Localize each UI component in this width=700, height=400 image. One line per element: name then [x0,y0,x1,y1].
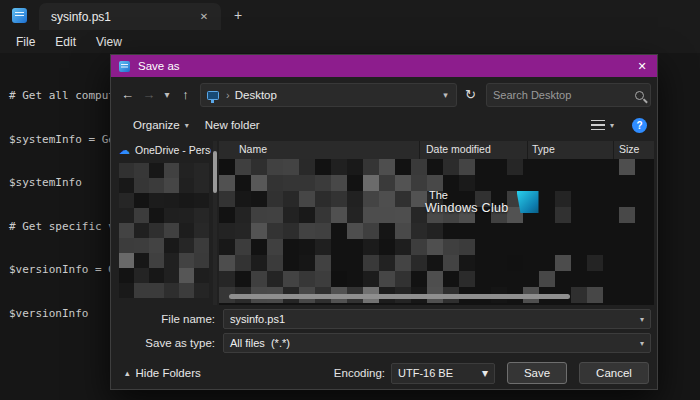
column-type[interactable]: Type [532,143,555,155]
chevron-right-icon: › [221,89,235,101]
code-line: $systemInfo = Ge [9,133,115,148]
chevron-down-icon: ▾ [185,121,189,130]
blurred-file-list [219,159,651,303]
forward-button: → [138,83,159,107]
windows-club-logo [517,191,539,213]
breadcrumb[interactable]: › Desktop ▾ [200,83,457,107]
up-button[interactable]: ↑ [175,83,196,107]
sidebar-scrollbar[interactable] [213,141,217,305]
list-view-icon [591,120,605,131]
menu-edit[interactable]: Edit [45,32,86,52]
file-name-input[interactable] [230,313,640,325]
back-button[interactable]: ← [117,83,138,107]
refresh-button[interactable]: ↻ [459,83,482,107]
save-as-dialog: Save as ✕ ← → ▾ ↑ › Desktop ▾ ↻ Organize… [110,54,658,390]
code-line: $versionInfo [9,307,115,322]
view-mode-button[interactable]: ▾ [583,117,622,134]
recent-locations-dropdown[interactable]: ▾ [159,83,174,107]
column-separator [527,141,528,159]
new-folder-label: New folder [205,119,260,131]
encoding-combobox[interactable]: UTF-16 BE ▾ [391,363,495,384]
scrollbar-thumb[interactable] [213,151,217,193]
chevron-down-icon[interactable]: ▾ [640,315,644,324]
search-icon [635,91,644,100]
file-browser: ☁ OneDrive - Persor Name Date modified T… [111,141,657,305]
notepad-icon [119,61,130,72]
save-as-type-label: Save as type: [111,337,223,349]
file-name-row: File name: ▾ [111,309,659,329]
onedrive-label: OneDrive - Persor [135,144,211,156]
encoding-value: UTF-16 BE [398,367,482,379]
blurred-folder-list [119,163,209,298]
sidebar-item-onedrive[interactable]: ☁ OneDrive - Persor [119,141,211,159]
command-toolbar: Organize ▾ New folder ▾ ? [125,113,647,137]
menu-view[interactable]: View [86,32,132,52]
watermark: The Windows Club [425,189,539,215]
column-header-row: Name Date modified Type Size [219,141,654,159]
file-name-combobox[interactable]: ▾ [223,309,651,329]
encoding-label: Encoding: [334,367,391,379]
notepad-tab-bar: sysinfo.ps1 ✕ + [0,0,700,30]
hide-folders-label: Hide Folders [136,367,201,379]
code-line: # Get specific v [9,220,115,235]
folder-tree-pane: ☁ OneDrive - Persor [119,141,211,305]
watermark-line2: Windows Club [425,201,509,215]
save-button[interactable]: Save [507,362,567,384]
save-as-type-value: All files (*.*) [230,337,640,349]
dialog-footer: ▴ Hide Folders Encoding: UTF-16 BE ▾ Sav… [111,361,657,385]
code-line: $versionInfo = G [9,263,115,278]
file-list-pane: Name Date modified Type Size The Windows… [219,141,654,305]
tab-sysinfo[interactable]: sysinfo.ps1 ✕ [39,3,221,30]
chevron-down-icon: ▾ [610,121,614,130]
hide-folders-button[interactable]: ▴ Hide Folders [125,367,201,379]
cancel-button[interactable]: Cancel [579,362,649,384]
notepad-menu-bar: File Edit View [0,30,700,53]
navigation-bar: ← → ▾ ↑ › Desktop ▾ ↻ [117,81,651,109]
editor-text: # Get all comput $systemInfo = Ge $syste… [9,60,115,336]
tab-title: sysinfo.ps1 [51,10,195,24]
help-icon[interactable]: ? [632,118,647,133]
save-as-type-row: Save as type: All files (*.*) ▾ [111,333,659,353]
notepad-app-icon [12,8,27,23]
search-input[interactable] [493,89,635,101]
column-separator [613,141,614,159]
organize-label: Organize [133,119,180,131]
code-line: # Get all comput [9,89,115,104]
breadcrumb-location[interactable]: Desktop [235,89,277,101]
column-separator [419,141,420,159]
chevron-down-icon[interactable]: ▾ [640,339,644,348]
tab-close-icon[interactable]: ✕ [195,8,213,26]
file-name-label: File name: [111,313,223,325]
horizontal-scrollbar[interactable] [229,294,570,299]
code-line: $systemInfo [9,176,115,191]
chevron-down-icon[interactable]: ▾ [482,366,488,380]
dialog-close-button[interactable]: ✕ [627,55,657,77]
breadcrumb-dropdown-icon[interactable]: ▾ [439,90,452,100]
organize-button[interactable]: Organize ▾ [125,116,197,134]
column-name[interactable]: Name [239,143,267,155]
cloud-icon: ☁ [119,144,130,157]
chevron-up-icon: ▴ [125,368,130,378]
search-box[interactable] [486,83,651,107]
column-size[interactable]: Size [619,143,639,155]
column-date-modified[interactable]: Date modified [426,143,491,155]
new-tab-button[interactable]: + [227,7,249,23]
save-as-type-combobox[interactable]: All files (*.*) ▾ [223,333,651,353]
new-folder-button[interactable]: New folder [197,116,268,134]
dialog-title-bar[interactable]: Save as ✕ [111,55,657,77]
watermark-line1: The [429,189,509,201]
menu-file[interactable]: File [6,32,45,52]
desktop-icon [207,91,219,100]
dialog-title: Save as [138,60,180,72]
